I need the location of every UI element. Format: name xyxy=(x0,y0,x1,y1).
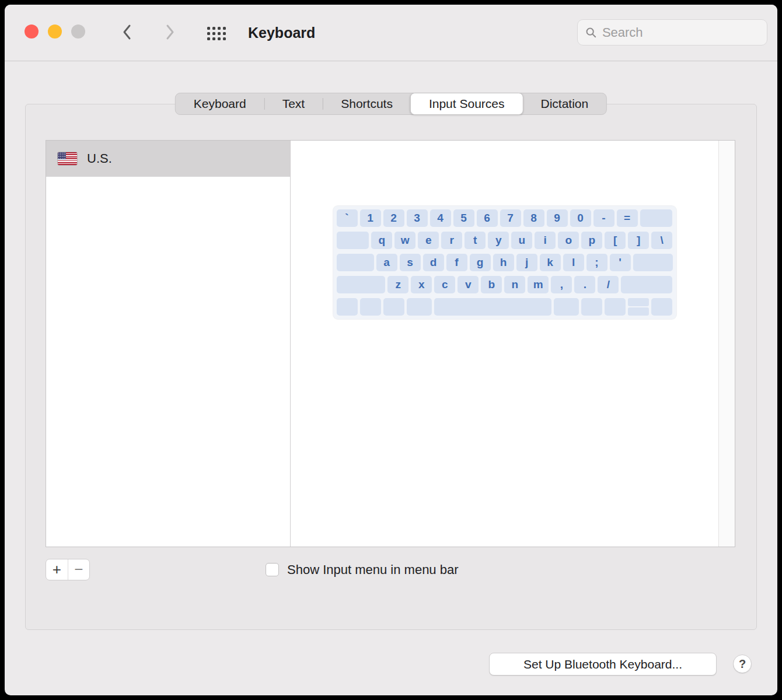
key-9: 9 xyxy=(546,209,567,227)
add-remove-group: + − xyxy=(46,559,90,580)
key-blank xyxy=(406,298,431,316)
key-2: 2 xyxy=(383,209,404,227)
key-p: p xyxy=(581,232,602,249)
key-6: 6 xyxy=(476,209,497,227)
key-]: ] xyxy=(628,232,649,249)
key-[: [ xyxy=(605,232,626,249)
tab-dictation[interactable]: Dictation xyxy=(523,93,607,114)
page-title: Keyboard xyxy=(248,5,315,61)
key-/: / xyxy=(598,276,619,293)
key-blank xyxy=(651,298,672,316)
keyboard-preview-area: `1234567890-=qwertyuiop[]\asdfghjkl;'zxc… xyxy=(291,141,718,547)
key-blank xyxy=(628,298,649,316)
tab-shortcuts[interactable]: Shortcuts xyxy=(323,93,411,114)
key-blank xyxy=(434,298,552,316)
keyboard-row: zxcvbnm,./ xyxy=(336,276,672,293)
minimize-button[interactable] xyxy=(48,24,62,38)
show-input-menu-row: Show Input menu in menu bar xyxy=(266,559,459,580)
help-button[interactable]: ? xyxy=(733,654,752,673)
keyboard-row: asdfghjkl;' xyxy=(336,254,672,271)
search-field[interactable] xyxy=(577,19,767,46)
show-input-menu-label: Show Input menu in menu bar xyxy=(287,562,459,578)
key-;: ; xyxy=(586,254,608,271)
key-u: u xyxy=(511,232,532,249)
key-c: c xyxy=(434,276,455,293)
key-blank xyxy=(621,276,672,293)
key-r: r xyxy=(441,232,462,249)
input-source-list: U.S. xyxy=(46,141,291,547)
input-sources-box: U.S. `1234567890-=qwertyuiop[]\asdfghjkl… xyxy=(46,140,735,547)
key-blank xyxy=(605,298,626,316)
key-3: 3 xyxy=(406,209,427,227)
key-l: l xyxy=(563,254,584,271)
key-1: 1 xyxy=(359,209,380,227)
grid-icon xyxy=(207,27,226,40)
key-blank xyxy=(336,232,369,249)
forward-button[interactable] xyxy=(160,22,180,42)
key-z: z xyxy=(387,276,409,293)
zoom-button[interactable] xyxy=(71,24,85,38)
close-button[interactable] xyxy=(25,24,39,38)
key-\: \ xyxy=(651,232,672,249)
tab-bar: Keyboard Text Shortcuts Input Sources Di… xyxy=(175,93,607,115)
tab-input-sources[interactable]: Input Sources xyxy=(410,93,523,115)
keyboard-preview: `1234567890-=qwertyuiop[]\asdfghjkl;'zxc… xyxy=(333,206,676,319)
key-blank xyxy=(336,276,385,293)
key-h: h xyxy=(493,254,514,271)
source-label: U.S. xyxy=(87,151,112,166)
key-k: k xyxy=(540,254,561,271)
key-e: e xyxy=(418,232,439,249)
back-button[interactable] xyxy=(117,22,137,42)
key-n: n xyxy=(504,276,525,293)
key-blank xyxy=(383,298,404,316)
key-blank xyxy=(640,209,672,227)
remove-input-source-button[interactable]: − xyxy=(68,559,90,580)
setup-bluetooth-keyboard-button[interactable]: Set Up Bluetooth Keyboard... xyxy=(489,653,717,676)
key-q: q xyxy=(371,232,392,249)
key-7: 7 xyxy=(500,209,521,227)
key-blank xyxy=(554,298,579,316)
key-w: w xyxy=(395,232,416,249)
key-d: d xyxy=(423,254,444,271)
key-4: 4 xyxy=(430,209,451,227)
key-t: t xyxy=(465,232,486,249)
key-,: , xyxy=(551,276,572,293)
key-i: i xyxy=(535,232,556,249)
keyboard-row xyxy=(336,298,672,316)
key-blank xyxy=(633,254,673,271)
key-.: . xyxy=(574,276,595,293)
tab-text[interactable]: Text xyxy=(264,93,323,114)
chevron-left-icon xyxy=(120,23,134,41)
titlebar: Keyboard xyxy=(5,5,777,61)
add-input-source-button[interactable]: + xyxy=(46,559,68,580)
show-all-grid-button[interactable] xyxy=(207,24,227,42)
keyboard-preferences-window: Keyboard Keyboard Text Shortcuts Input S… xyxy=(5,5,777,695)
key-0: 0 xyxy=(570,209,591,227)
key-g: g xyxy=(470,254,491,271)
key-v: v xyxy=(458,276,479,293)
key-blank xyxy=(336,298,357,316)
key-y: y xyxy=(488,232,509,249)
key-j: j xyxy=(516,254,537,271)
keyboard-row: `1234567890-= xyxy=(336,209,672,227)
keyboard-row: qwertyuiop[]\ xyxy=(336,232,672,249)
key-blank xyxy=(359,298,380,316)
tab-keyboard[interactable]: Keyboard xyxy=(176,93,264,114)
key-o: o xyxy=(558,232,579,249)
show-input-menu-checkbox[interactable] xyxy=(266,563,279,576)
key-m: m xyxy=(528,276,549,293)
list-item-us[interactable]: U.S. xyxy=(46,141,290,177)
key-5: 5 xyxy=(453,209,474,227)
key-': ' xyxy=(610,254,631,271)
key-blank xyxy=(581,298,602,316)
key-s: s xyxy=(400,254,421,271)
key-b: b xyxy=(481,276,502,293)
key-8: 8 xyxy=(523,209,544,227)
search-icon xyxy=(585,26,597,39)
key-f: f xyxy=(446,254,467,271)
search-input[interactable] xyxy=(602,25,759,40)
key-blank xyxy=(336,254,373,271)
us-flag-icon xyxy=(58,152,77,165)
key-=: = xyxy=(616,209,637,227)
scrollbar-track[interactable] xyxy=(718,141,735,547)
